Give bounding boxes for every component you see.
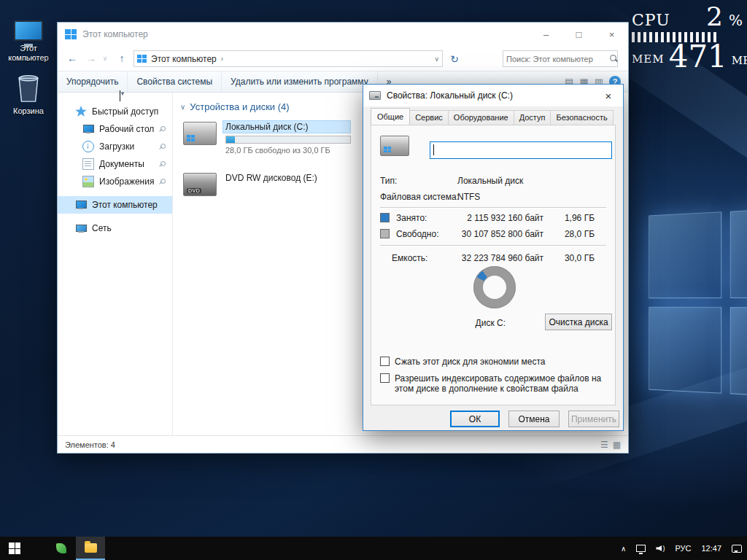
free-size: 28,0 ГБ [546,229,595,239]
up-button[interactable]: ↑ [113,50,131,66]
items-count: Элементов: 4 [65,440,115,449]
explorer-navbar: ← → ∨ ↑ Этот компьютер › ∨ ↻ [58,46,628,71]
drive-free-space-text: 28,0 ГБ свободно из 30,0 ГБ [222,146,351,155]
search-box[interactable] [503,50,618,67]
cpu-value: 2 [706,4,723,29]
index-checkbox[interactable] [380,373,390,383]
address-bar[interactable]: Этот компьютер › ∨ [133,50,443,67]
sidebar-item-this-pc[interactable]: Этот компьютер [58,196,172,214]
start-button[interactable] [0,537,29,560]
free-label: Свободно: [396,229,439,239]
drive-name[interactable]: Локальный диск (C:) [222,120,351,133]
ok-button[interactable]: ОК [450,411,500,427]
this-pc-icon [137,55,147,63]
refresh-button[interactable]: ↻ [446,50,463,67]
tab-sharing[interactable]: Доступ [514,110,551,125]
system-properties-button[interactable]: Свойства системы [128,71,222,92]
taskbar: ∧ ) РУС 12:47 [0,537,747,560]
index-checkbox-label: Разрешить индексировать содержимое файло… [395,373,609,394]
back-button[interactable]: ← [63,50,81,66]
performance-widget: CPU 2 % MEM 471 MB [632,4,743,70]
capacity-bytes: 32 223 784 960 байт [453,253,543,263]
capacity-size: 30,0 ГБ [546,253,595,263]
group-header-devices-and-drives[interactable]: ∨ Устройства и диски (4) [180,101,290,112]
sidebar-item-documents[interactable]: Документы [58,155,172,173]
tab-hardware[interactable]: Оборудование [448,110,514,125]
app-icon [56,543,66,553]
list-view-toggle-icon[interactable]: ☰ [600,440,608,450]
used-bytes: 2 115 932 160 байт [453,213,543,223]
apply-button[interactable]: Применить [568,411,619,427]
separator [380,207,606,209]
explorer-titlebar[interactable]: Этот компьютер – □ × [58,23,628,46]
filesystem-label: Файловая система: [380,192,459,202]
drive-usage-bar [225,136,351,144]
capacity-label: Емкость: [392,253,427,263]
folder-icon [85,543,97,553]
tab-general[interactable]: Общие [371,108,410,125]
sidebar-item-desktop[interactable]: Рабочий стол [58,120,172,138]
volume-tray-icon[interactable]: ) [651,537,670,560]
this-pc-icon [14,20,43,41]
desktop-icon-this-pc[interactable]: Этот компьютер [0,7,57,63]
close-button[interactable]: × [595,23,628,45]
dvd-badge: DVD [187,188,201,193]
recent-locations-chevron-icon[interactable]: ∨ [100,50,110,66]
maximize-button[interactable]: □ [562,23,595,45]
tray-overflow-chevron-icon[interactable]: ∧ [616,537,631,560]
organize-button[interactable]: Упорядочить▼ [58,71,128,92]
language-indicator[interactable]: РУС [670,537,696,560]
free-bytes: 30 107 852 800 байт [453,229,543,239]
network-tray-icon[interactable] [631,537,651,560]
windows-badge-icon [384,147,391,152]
drive-item-c[interactable]: Локальный диск (C:) 28,0 ГБ свободно из … [183,120,351,155]
taskbar-pinned-app-button[interactable] [47,537,76,560]
dialog-titlebar[interactable]: Свойства: Локальный диск (C:) × [363,85,623,106]
volume-label-input[interactable] [430,141,612,159]
cpu-label: CPU [632,11,670,29]
star-icon [75,106,87,117]
sidebar-item-network[interactable]: Сеть [58,219,172,237]
drive-name[interactable]: DVD RW дисковод (E:) [222,171,320,184]
breadcrumb[interactable]: Этот компьютер [151,54,217,64]
forward-button[interactable]: → [82,50,100,66]
collapse-chevron-icon[interactable]: ∨ [180,103,185,111]
uninstall-program-button[interactable]: Удалить или изменить программу [222,71,378,92]
dialog-close-button[interactable]: × [594,85,623,106]
hard-drive-icon [183,122,217,145]
cancel-button[interactable]: Отмена [508,411,560,427]
sidebar-item-downloads[interactable]: Загрузки [58,138,172,155]
sidebar-item-pictures[interactable]: Изображения [58,173,172,190]
compress-checkbox[interactable] [380,357,390,366]
drive-item-dvd[interactable]: DVD DVD RW дисковод (E:) [183,171,320,196]
minimize-button[interactable]: – [530,23,562,45]
taskbar-explorer-button[interactable] [76,537,105,560]
breadcrumb-chevron-icon[interactable]: › [221,55,223,63]
this-pc-icon [65,29,77,39]
notification-center-icon[interactable] [727,537,747,560]
pin-icon [158,178,165,185]
disk-cleanup-button[interactable]: Очистка диска [545,314,612,330]
clock[interactable]: 12:47 [696,537,727,560]
search-input[interactable] [506,55,610,63]
tab-security[interactable]: Безопасность [550,110,613,125]
wallpaper-windows-logo [649,207,747,398]
text-caret [433,144,434,155]
system-tray: ∧ ) РУС 12:47 [616,537,747,560]
pin-icon [158,125,165,133]
explorer-window-title: Этот компьютер [82,29,148,39]
download-icon [82,141,94,152]
desktop: Этот компьютер Корзина CPU 2 % MEM 471 M… [0,0,747,560]
thumbnail-view-toggle-icon[interactable]: ▦ [613,440,621,450]
recycle-bin-icon [16,71,41,104]
picture-icon [82,176,94,187]
tab-tools[interactable]: Сервис [409,110,449,125]
drive-icon [369,91,381,100]
desktop-icon-label: Корзина [0,106,57,116]
sidebar-item-quick-access[interactable]: Быстрый доступ [58,103,172,120]
drive-icon [380,136,409,156]
desktop-icon-recycle-bin[interactable]: Корзина [0,70,57,116]
mem-value: 471 [669,44,727,70]
document-icon [82,158,94,170]
address-dropdown-icon[interactable]: ∨ [434,55,439,63]
